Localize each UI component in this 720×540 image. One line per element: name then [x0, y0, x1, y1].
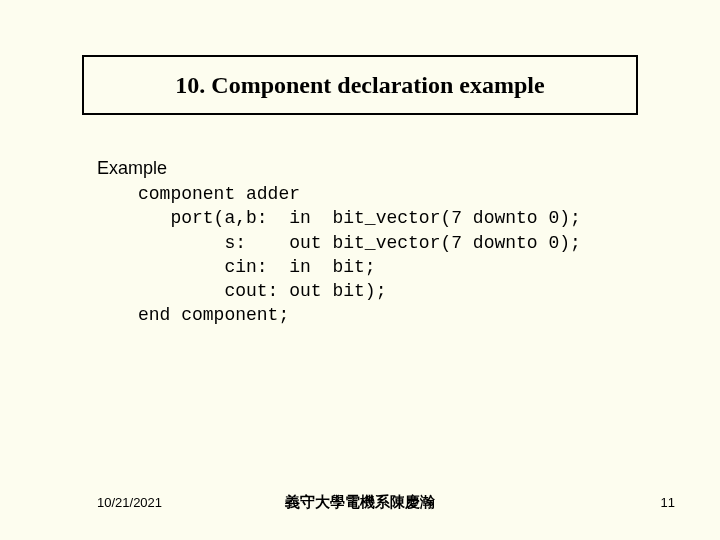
code-block: component adder port(a,b: in bit_vector(…	[138, 182, 581, 328]
title-box: 10. Component declaration example	[82, 55, 638, 115]
slide-title: 10. Component declaration example	[175, 72, 544, 99]
example-label: Example	[97, 158, 167, 179]
footer-page-number: 11	[661, 495, 675, 510]
footer-center: 義守大學電機系陳慶瀚	[0, 493, 720, 512]
